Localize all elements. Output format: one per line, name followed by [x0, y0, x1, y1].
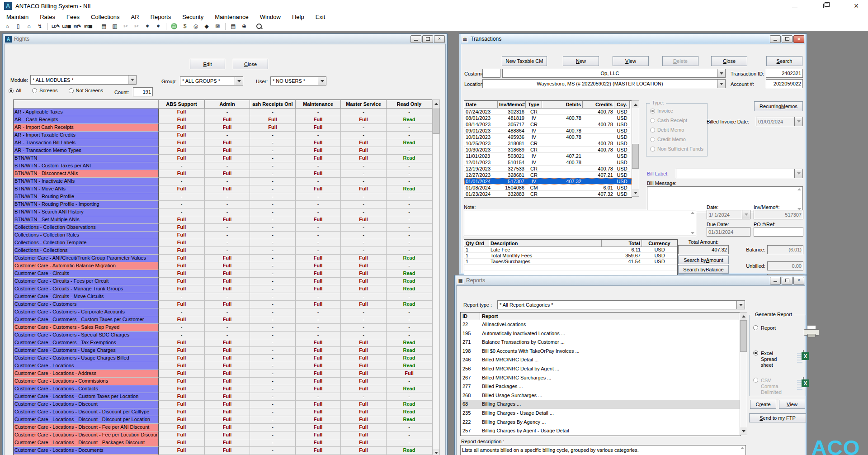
table-row[interactable]: BTN/WTN - Inactivate ANIs------ [14, 178, 432, 185]
table-row[interactable]: Collections - Collection TemplateFull---… [14, 239, 432, 247]
column-header[interactable] [14, 100, 159, 109]
transactions-close-icon[interactable]: × [793, 35, 804, 43]
menu-rates[interactable]: Rates [39, 13, 56, 21]
column-header[interactable]: Credits [583, 101, 614, 109]
close-button[interactable]: Close [711, 56, 747, 66]
table-row[interactable]: BTN/WTN - Routing Profile - Importing---… [14, 201, 432, 209]
menu-security[interactable]: Security [181, 13, 204, 21]
table-row[interactable]: Customer Care - Locations - ContactsFull… [14, 385, 432, 393]
report-row[interactable]: 267Billed MRC/NRC Surcharges ... [461, 374, 740, 383]
chevron-down-icon[interactable] [318, 77, 326, 85]
transactions-grid-scrollbar[interactable] [632, 100, 639, 197]
transaction-row[interactable]: 10/30/2023318689CR400.78USD [464, 147, 632, 153]
table-row[interactable]: AR - Transaction Memo TypesFullFull-Full… [14, 147, 432, 155]
table-row[interactable]: Customer Care - Automatic Balance Migrat… [14, 262, 432, 270]
misc-charge-icon[interactable]: ◆ [202, 23, 211, 30]
intl-rate-import-icon[interactable]: Int▦ [84, 23, 93, 30]
chevron-down-icon[interactable] [717, 69, 725, 77]
close-icon[interactable]: × [851, 1, 862, 10]
transactions-maximize-icon[interactable] [782, 35, 793, 43]
ld-rate-import-icon[interactable]: LD▦ [62, 23, 71, 30]
filter-not-screens[interactable]: Not Screens [69, 88, 104, 93]
recurring-memos-button[interactable]: Recurring Memos [754, 101, 803, 111]
minimize-icon[interactable] [789, 1, 800, 10]
table-row[interactable]: Customer Care - Customers - Usage Charge… [14, 347, 432, 355]
table-row[interactable]: Customer Care - Locations - Discount - F… [14, 431, 432, 439]
chevron-down-icon[interactable] [717, 80, 725, 88]
table-row[interactable]: Customer Care - CustomersFullFull-FullFu… [14, 301, 432, 308]
report-row[interactable]: 195Automatically Inactivated Locations .… [461, 329, 740, 338]
module-select[interactable]: * ALL MODULES * [30, 75, 137, 85]
billing-run-icon[interactable]: ▥ [110, 23, 119, 30]
rights-minimize-icon[interactable] [410, 35, 421, 43]
invoices-icon[interactable]: ▯ [14, 23, 23, 30]
line-item-row[interactable]: 1Taxes/Surcharges41.54USD [464, 259, 677, 265]
table-row[interactable]: Customer Care - Circuits - Fees per Circ… [14, 278, 432, 285]
note-box[interactable] [464, 210, 696, 236]
table-row[interactable]: Customer Care - Locations - CommissionsF… [14, 378, 432, 385]
report-row[interactable]: 256Billed MRC/NRC Detail by Agent ... [461, 365, 740, 374]
column-header[interactable]: Read Only [387, 100, 432, 109]
table-row[interactable]: Customer Care - Customers - Sales Rep Pa… [14, 324, 432, 332]
column-header[interactable]: Master Service [341, 100, 387, 109]
location-select[interactable]: Waynesboro, MS (# 2022059022) (MASTER LO… [482, 79, 726, 88]
table-row[interactable]: Customer Care - Circuits - Move Circuits… [14, 293, 432, 301]
column-header[interactable]: Ccy. [614, 101, 630, 109]
menu-window[interactable]: Window [259, 13, 282, 21]
scroll-down-icon[interactable] [433, 449, 439, 455]
table-row[interactable]: Customer Care - Locations - DiscountFull… [14, 401, 432, 408]
transaction-row[interactable]: 11/01/2023503021IV407.21USD [464, 153, 632, 159]
table-row[interactable]: BTN/WTNFullFull-FullFullRead [14, 155, 432, 162]
transaction-row[interactable]: 07/24/2023302316CR400.78USD [464, 109, 632, 115]
transaction-row[interactable]: 12/27/2023328681CR407.21USD [464, 172, 632, 178]
generate-option-report[interactable]: Report [753, 325, 804, 331]
ld-rates-icon[interactable]: LD✎ [51, 23, 60, 30]
column-header[interactable]: ash Receipts Onl [250, 100, 296, 109]
email-icon[interactable]: ✉ [213, 23, 222, 30]
customer-select[interactable]: Op, LLC [502, 69, 726, 78]
table-row[interactable]: Customer Care - Locations - AddressFullF… [14, 370, 432, 378]
column-header[interactable]: Inv/Memo# [498, 101, 526, 109]
transaction-row[interactable]: 01/01/2024517307IV407.32USD [464, 178, 632, 185]
column-header[interactable]: Qty Ord [464, 240, 489, 247]
scroll-down-icon[interactable] [740, 427, 747, 435]
scroll-thumb[interactable] [433, 108, 439, 134]
table-row[interactable]: Customer Care - Locations - DocumentsFul… [14, 447, 432, 455]
table-row[interactable]: BTN/WTN - Move ANIsFullFull-FullFullRead [14, 185, 432, 193]
rights-maximize-icon[interactable] [422, 35, 433, 43]
reports-titlebar[interactable]: ▤ Reports × [456, 275, 805, 285]
tax-icon[interactable]: ✶ [143, 23, 152, 30]
intl-rates-icon[interactable]: Int✎ [73, 23, 82, 30]
reports-icon[interactable]: ▤ [229, 23, 238, 30]
table-row[interactable]: BTN/WTN - Custom Taxes per ANI------ [14, 162, 432, 170]
column-header[interactable]: Description [489, 240, 602, 247]
column-header[interactable]: Currency [642, 240, 677, 247]
scroll-up-icon[interactable] [740, 313, 747, 320]
table-row[interactable]: Customer Care - Locations - Discount - D… [14, 416, 432, 424]
search-button[interactable]: Search [766, 56, 802, 66]
table-row[interactable]: Customer Care - Locations - Custom Taxes… [14, 393, 432, 401]
transaction-row[interactable]: 10/01/2023495936IV400.78USD [464, 134, 632, 140]
scroll-thumb[interactable] [632, 144, 639, 169]
web-icon[interactable]: ⊕ [240, 23, 249, 30]
transaction-row[interactable]: 12/01/2023510154IV400.78USD [464, 159, 632, 166]
column-header[interactable]: Type [526, 101, 542, 109]
column-header[interactable]: ABS Support [159, 100, 205, 109]
column-header[interactable]: Date [464, 101, 498, 109]
table-row[interactable]: AR - Import Cash ReceiptsFullFullFullFul… [14, 124, 432, 132]
menu-fees[interactable]: Fees [66, 13, 80, 21]
search-icon[interactable] [255, 23, 264, 30]
search-by-balance-button[interactable]: Search by Balance [678, 265, 729, 274]
column-header[interactable]: Admin [205, 100, 250, 109]
close-button[interactable]: Close [233, 59, 268, 69]
menu-collections[interactable]: Collections [90, 13, 121, 21]
table-row[interactable]: BTN/WTN - Set Multiple ANIsFullFull-Full… [14, 216, 432, 224]
report-row[interactable]: 68Billing Charges ... [461, 400, 740, 409]
table-row[interactable]: Collections - Collection ObservationsFul… [14, 224, 432, 232]
report-row[interactable]: 235Billing Charges - Usage Detail ... [461, 409, 740, 418]
table-row[interactable]: Customer Care - Customers - Tax Exemptio… [14, 339, 432, 347]
view-button[interactable]: View [613, 56, 649, 66]
menu-maintenance[interactable]: Maintenance [214, 13, 249, 21]
table-row[interactable]: BTN/WTN - Disconnect ANIsFullFull-Full-- [14, 170, 432, 178]
table-row[interactable]: Customer Care - ANI/Circuit/Trunk Group … [14, 255, 432, 262]
